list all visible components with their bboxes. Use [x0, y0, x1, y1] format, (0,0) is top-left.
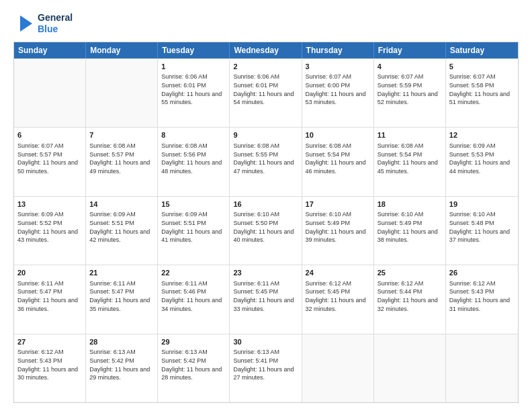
- cell-info: Sunrise: 6:11 AMSunset: 5:45 PMDaylight:…: [233, 279, 298, 313]
- logo-container: General Blue: [13, 12, 73, 35]
- calendar-cell: 20Sunrise: 6:11 AMSunset: 5:47 PMDayligh…: [14, 265, 86, 333]
- calendar-cell: 8Sunrise: 6:08 AMSunset: 5:56 PMDaylight…: [158, 128, 230, 195]
- day-number: 9: [233, 130, 298, 140]
- calendar-cell: 23Sunrise: 6:11 AMSunset: 5:45 PMDayligh…: [230, 265, 302, 333]
- cell-info: Sunrise: 6:12 AMSunset: 5:45 PMDaylight:…: [306, 279, 370, 313]
- cell-info: Sunrise: 6:11 AMSunset: 5:47 PMDaylight:…: [17, 279, 82, 313]
- calendar-cell: 26Sunrise: 6:12 AMSunset: 5:43 PMDayligh…: [446, 265, 518, 333]
- day-number: 12: [449, 130, 515, 140]
- cell-info: Sunrise: 6:07 AMSunset: 5:58 PMDaylight:…: [449, 73, 515, 106]
- day-number: 15: [161, 199, 226, 210]
- day-number: 29: [161, 337, 226, 347]
- calendar-cell: [374, 334, 446, 402]
- day-number: 24: [306, 268, 370, 278]
- calendar-body: 1Sunrise: 6:06 AMSunset: 6:01 PMDaylight…: [14, 58, 518, 402]
- day-number: 27: [17, 337, 82, 347]
- calendar-cell: 29Sunrise: 6:13 AMSunset: 5:42 PMDayligh…: [158, 334, 230, 402]
- day-number: 5: [449, 62, 515, 72]
- day-number: 8: [161, 130, 226, 140]
- logo-arrow-icon: [13, 13, 35, 34]
- calendar-cell: 4Sunrise: 6:07 AMSunset: 5:59 PMDaylight…: [374, 59, 446, 127]
- calendar-header-row: SundayMondayTuesdayWednesdayThursdayFrid…: [14, 42, 518, 58]
- day-number: 10: [306, 130, 370, 140]
- calendar-cell: 21Sunrise: 6:11 AMSunset: 5:47 PMDayligh…: [86, 265, 158, 333]
- day-number: 1: [161, 62, 226, 72]
- cell-info: Sunrise: 6:12 AMSunset: 5:43 PMDaylight:…: [449, 279, 515, 313]
- day-number: 20: [17, 268, 82, 278]
- header-day-saturday: Saturday: [446, 42, 518, 58]
- cell-info: Sunrise: 6:10 AMSunset: 5:50 PMDaylight:…: [233, 210, 298, 244]
- logo-text-block: General Blue: [38, 12, 73, 35]
- cell-info: Sunrise: 6:10 AMSunset: 5:49 PMDaylight:…: [378, 210, 442, 244]
- calendar-cell: 16Sunrise: 6:10 AMSunset: 5:50 PMDayligh…: [230, 197, 302, 265]
- day-number: 17: [306, 199, 370, 210]
- cell-info: Sunrise: 6:09 AMSunset: 5:51 PMDaylight:…: [89, 210, 154, 244]
- calendar-week-2: 6Sunrise: 6:07 AMSunset: 5:57 PMDaylight…: [14, 127, 518, 195]
- calendar-cell: 30Sunrise: 6:13 AMSunset: 5:41 PMDayligh…: [230, 334, 302, 402]
- cell-info: Sunrise: 6:11 AMSunset: 5:47 PMDaylight:…: [89, 279, 154, 313]
- cell-info: Sunrise: 6:09 AMSunset: 5:53 PMDaylight:…: [449, 142, 515, 175]
- page: General Blue SundayMondayTuesdayWednesda…: [0, 0, 532, 411]
- cell-info: Sunrise: 6:10 AMSunset: 5:48 PMDaylight:…: [449, 210, 515, 244]
- cell-info: Sunrise: 6:12 AMSunset: 5:44 PMDaylight:…: [378, 279, 442, 313]
- cell-info: Sunrise: 6:13 AMSunset: 5:42 PMDaylight:…: [89, 348, 154, 381]
- calendar-week-4: 20Sunrise: 6:11 AMSunset: 5:47 PMDayligh…: [14, 265, 518, 333]
- header-day-tuesday: Tuesday: [158, 42, 230, 58]
- cell-info: Sunrise: 6:06 AMSunset: 6:01 PMDaylight:…: [233, 73, 298, 106]
- header-day-thursday: Thursday: [302, 42, 374, 58]
- calendar-cell: [302, 334, 374, 402]
- calendar-cell: 22Sunrise: 6:11 AMSunset: 5:46 PMDayligh…: [158, 265, 230, 333]
- cell-info: Sunrise: 6:13 AMSunset: 5:42 PMDaylight:…: [161, 348, 226, 381]
- day-number: 4: [378, 62, 442, 72]
- cell-info: Sunrise: 6:08 AMSunset: 5:54 PMDaylight:…: [378, 142, 442, 175]
- calendar-cell: [14, 59, 86, 127]
- cell-info: Sunrise: 6:07 AMSunset: 5:59 PMDaylight:…: [378, 73, 442, 106]
- cell-info: Sunrise: 6:07 AMSunset: 6:00 PMDaylight:…: [306, 73, 370, 106]
- day-number: 19: [449, 199, 515, 210]
- day-number: 16: [233, 199, 298, 210]
- calendar-cell: 10Sunrise: 6:08 AMSunset: 5:54 PMDayligh…: [302, 128, 374, 195]
- day-number: 6: [17, 130, 82, 140]
- calendar: SundayMondayTuesdayWednesdayThursdayFrid…: [13, 42, 519, 403]
- calendar-cell: 14Sunrise: 6:09 AMSunset: 5:51 PMDayligh…: [86, 197, 158, 265]
- calendar-week-3: 13Sunrise: 6:09 AMSunset: 5:52 PMDayligh…: [14, 196, 518, 265]
- day-number: 30: [233, 337, 298, 347]
- calendar-cell: 11Sunrise: 6:08 AMSunset: 5:54 PMDayligh…: [374, 128, 446, 195]
- calendar-cell: 25Sunrise: 6:12 AMSunset: 5:44 PMDayligh…: [374, 265, 446, 333]
- cell-info: Sunrise: 6:10 AMSunset: 5:49 PMDaylight:…: [306, 210, 370, 244]
- header: General Blue: [13, 12, 519, 35]
- calendar-cell: 27Sunrise: 6:12 AMSunset: 5:43 PMDayligh…: [14, 334, 86, 402]
- day-number: 14: [89, 199, 154, 210]
- calendar-cell: 19Sunrise: 6:10 AMSunset: 5:48 PMDayligh…: [446, 197, 518, 265]
- cell-info: Sunrise: 6:12 AMSunset: 5:43 PMDaylight:…: [17, 348, 82, 381]
- header-day-monday: Monday: [86, 42, 158, 58]
- day-number: 11: [378, 130, 442, 140]
- cell-info: Sunrise: 6:08 AMSunset: 5:54 PMDaylight:…: [306, 142, 370, 175]
- calendar-cell: 6Sunrise: 6:07 AMSunset: 5:57 PMDaylight…: [14, 128, 86, 195]
- cell-info: Sunrise: 6:08 AMSunset: 5:55 PMDaylight:…: [233, 142, 298, 175]
- cell-info: Sunrise: 6:08 AMSunset: 5:57 PMDaylight:…: [89, 142, 154, 175]
- day-number: 3: [306, 62, 370, 72]
- calendar-cell: 1Sunrise: 6:06 AMSunset: 6:01 PMDaylight…: [158, 59, 230, 127]
- calendar-cell: [86, 59, 158, 127]
- calendar-week-1: 1Sunrise: 6:06 AMSunset: 6:01 PMDaylight…: [14, 58, 518, 127]
- calendar-cell: 28Sunrise: 6:13 AMSunset: 5:42 PMDayligh…: [86, 334, 158, 402]
- calendar-cell: 15Sunrise: 6:09 AMSunset: 5:51 PMDayligh…: [158, 197, 230, 265]
- logo-general-text: General: [38, 12, 73, 24]
- day-number: 21: [89, 268, 154, 278]
- calendar-cell: 7Sunrise: 6:08 AMSunset: 5:57 PMDaylight…: [86, 128, 158, 195]
- day-number: 28: [89, 337, 154, 347]
- calendar-cell: 18Sunrise: 6:10 AMSunset: 5:49 PMDayligh…: [374, 197, 446, 265]
- day-number: 18: [378, 199, 442, 210]
- calendar-cell: 2Sunrise: 6:06 AMSunset: 6:01 PMDaylight…: [230, 59, 302, 127]
- header-day-sunday: Sunday: [14, 42, 86, 58]
- cell-info: Sunrise: 6:07 AMSunset: 5:57 PMDaylight:…: [17, 142, 82, 175]
- calendar-cell: 24Sunrise: 6:12 AMSunset: 5:45 PMDayligh…: [302, 265, 374, 333]
- day-number: 13: [17, 199, 82, 210]
- calendar-cell: 12Sunrise: 6:09 AMSunset: 5:53 PMDayligh…: [446, 128, 518, 195]
- calendar-cell: 17Sunrise: 6:10 AMSunset: 5:49 PMDayligh…: [302, 197, 374, 265]
- header-day-friday: Friday: [374, 42, 446, 58]
- logo: General Blue: [13, 12, 73, 35]
- day-number: 23: [233, 268, 298, 278]
- cell-info: Sunrise: 6:09 AMSunset: 5:51 PMDaylight:…: [161, 210, 226, 244]
